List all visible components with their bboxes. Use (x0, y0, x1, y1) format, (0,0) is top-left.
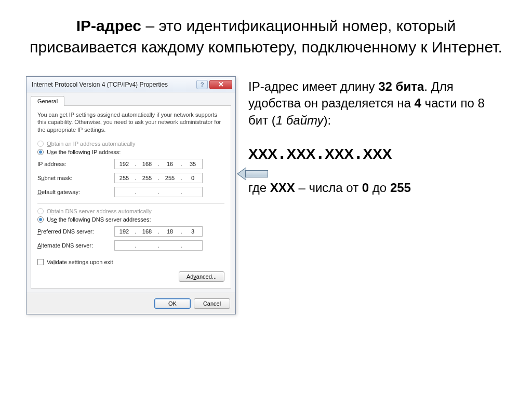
radio-obtain-ip-auto[interactable]: Obtain an IP address automatically (37, 141, 224, 147)
radio-use-following-dns[interactable]: Use the following DNS server addresses: (37, 216, 224, 223)
preferred-dns-field[interactable]: 192. 168. 18. 3 (114, 226, 203, 237)
titlebar[interactable]: Internet Protocol Version 4 (TCP/IPv4) P… (26, 77, 235, 92)
ipv4-properties-dialog: Internet Protocol Version 4 (TCP/IPv4) P… (26, 76, 236, 314)
default-gateway-field[interactable]: ... (114, 187, 203, 197)
radio-icon (37, 208, 44, 214)
term-ip: IP-адрес (76, 17, 141, 34)
dialog-body: You can get IP settings assigned automat… (31, 105, 231, 289)
ip-pattern: ХХХ.ХХХ.ХХХ.ХХХ (248, 141, 506, 165)
label-subnet: Subnet mask: (37, 175, 110, 181)
label-alt-dns: Alternate DNS server: (37, 242, 110, 249)
label-gateway: Default gateway: (37, 189, 110, 195)
slide-title: IP-адрес – это идентификационный номер, … (26, 16, 506, 58)
radio-icon (37, 141, 44, 147)
arrow-left-icon (238, 167, 268, 181)
explanation: IP-адрес имеет длину 32 бита. Для удобст… (248, 76, 506, 209)
intro-text: You can get IP settings assigned automat… (37, 111, 224, 133)
radio-icon (37, 216, 44, 223)
dialog-title: Internet Protocol Version 4 (TCP/IPv4) P… (32, 81, 168, 88)
alternate-dns-field[interactable]: ... (114, 240, 203, 251)
label-pref-dns: Preferred DNS server: (37, 228, 110, 235)
subnet-mask-field[interactable]: 255. 255. 255. 0 (114, 173, 203, 183)
label-ip: IP address: (37, 161, 110, 167)
checkbox-validate[interactable] (37, 259, 44, 265)
label-validate: Validate settings upon exit (47, 259, 113, 265)
close-button[interactable]: ✕ (209, 80, 232, 89)
cancel-button[interactable]: Cancel (194, 298, 230, 309)
radio-use-following-ip[interactable]: Use the following IP address: (37, 149, 224, 155)
radio-icon (37, 149, 44, 155)
help-button[interactable]: ? (196, 80, 208, 89)
radio-obtain-dns-auto: Obtain DNS server address automatically (37, 208, 224, 214)
advanced-button[interactable]: Advanced... (179, 271, 224, 282)
ip-address-field[interactable]: 192. 168. 16. 35 (114, 159, 203, 169)
ok-button[interactable]: OK (154, 298, 191, 309)
tab-general[interactable]: General (31, 96, 64, 106)
